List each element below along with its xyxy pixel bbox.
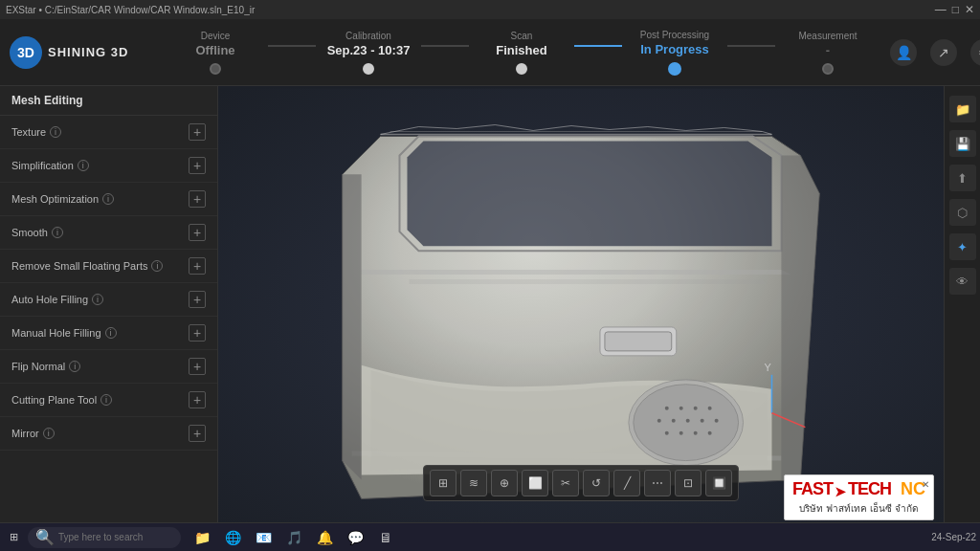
overlay-logo-line: FAST ➤ TECH NC ✕ xyxy=(792,479,925,499)
taskbar-app7[interactable]: 🖥 xyxy=(372,524,399,551)
step-postprocessing: Post Processing In Progress xyxy=(622,30,727,76)
menu-cutting-label: Cutting Plane Tool xyxy=(11,394,97,406)
menu-item-flip-normal[interactable]: Flip Normal i + xyxy=(0,350,217,384)
auto-hole-add-btn[interactable]: + xyxy=(189,291,206,308)
pipe-sep-4 xyxy=(727,45,775,60)
cutting-info-icon[interactable]: i xyxy=(100,394,112,406)
smooth-info-icon[interactable]: i xyxy=(52,227,63,238)
window-controls[interactable]: — □ ✕ xyxy=(935,3,974,16)
menu-item-mesh-optimization[interactable]: Mesh Optimization i + xyxy=(0,183,217,216)
3d-model-icon[interactable]: ⬡ xyxy=(949,199,976,226)
taskbar-mail[interactable]: 📧 xyxy=(250,524,277,551)
windows-taskbar: ⊞ 🔍 📁 🌐 📧 🎵 🔔 💬 🖥 24-Sep-22 xyxy=(0,522,980,551)
tool-target-btn[interactable]: ⊕ xyxy=(491,470,518,496)
taskbar-edge[interactable]: 🌐 xyxy=(219,524,246,551)
tool-more-btn[interactable]: ⋯ xyxy=(644,470,671,496)
manual-hole-info-icon[interactable]: i xyxy=(105,327,117,339)
user-icon[interactable]: 👤 xyxy=(890,39,917,66)
menu-item-mesh-opt-left: Mesh Optimization i xyxy=(11,193,114,205)
cutting-add-btn[interactable]: + xyxy=(189,391,206,408)
menu-item-remove-floating[interactable]: Remove Small Floating Parts i + xyxy=(0,250,217,283)
svg-point-10 xyxy=(672,419,676,423)
transform-icon[interactable]: ✦ xyxy=(949,233,976,260)
texture-add-btn[interactable]: + xyxy=(189,123,206,141)
search-input[interactable] xyxy=(58,532,173,542)
menu-simplification-label: Simplification xyxy=(11,160,74,171)
simplification-info-icon[interactable]: i xyxy=(78,160,89,171)
tool-select-btn[interactable]: ⊞ xyxy=(430,470,457,496)
taskbar-app5[interactable]: 🔔 xyxy=(311,524,338,551)
right-icons-panel: 📁 💾 ⬆ ⬡ ✦ 👁 xyxy=(944,86,980,530)
menu-item-manual-hole-left: Manual Hole Filling i xyxy=(11,327,117,339)
taskbar-date: 24-Sep-22 xyxy=(931,532,976,542)
menu-item-cutting-plane[interactable]: Cutting Plane Tool i + xyxy=(0,384,217,417)
taskbar-explorer[interactable]: 📁 xyxy=(189,524,215,551)
minimize-btn[interactable]: — xyxy=(935,3,947,16)
start-button[interactable]: ⊞ xyxy=(4,526,24,549)
menu-item-cutting-left: Cutting Plane Tool i xyxy=(11,394,112,406)
flip-info-icon[interactable]: i xyxy=(69,361,80,372)
smooth-add-btn[interactable]: + xyxy=(189,224,206,241)
auto-hole-info-icon[interactable]: i xyxy=(92,294,103,305)
simplification-add-btn[interactable]: + xyxy=(189,157,206,174)
menu-item-texture-left: Texture i xyxy=(11,126,61,138)
close-btn[interactable]: ✕ xyxy=(965,3,974,16)
save-icon[interactable]: 💾 xyxy=(949,130,976,157)
step-meas-label: Measurement xyxy=(798,31,857,41)
tool-cut-btn[interactable]: ✂ xyxy=(552,470,579,496)
maximize-btn[interactable]: □ xyxy=(952,3,959,16)
taskbar-app6[interactable]: 💬 xyxy=(342,524,368,551)
3d-view-area[interactable]: Y ⊞ ≋ ⊕ ⬜ ✂ ↺ ╱ ⋯ ⊡ 🔲 FAST ➤ xyxy=(218,86,944,530)
floating-info-icon[interactable]: i xyxy=(151,260,163,272)
menu-item-simplification[interactable]: Simplification i + xyxy=(0,149,217,183)
thai-text: บริษัท ฟาสท์เทค เอ็นซี จำกัด xyxy=(792,501,925,516)
pipe-line-3 xyxy=(574,45,622,47)
mirror-info-icon[interactable]: i xyxy=(43,428,55,439)
texture-info-icon[interactable]: i xyxy=(50,126,61,138)
menu-auto-hole-label: Auto Hole Filling xyxy=(11,294,88,305)
share-icon[interactable]: ↗ xyxy=(930,39,957,66)
panel-title: Mesh Editing xyxy=(0,86,217,116)
settings-icon[interactable]: ⚙ xyxy=(970,39,980,66)
eye-icon[interactable]: 👁 xyxy=(949,268,976,295)
step-meas-dot xyxy=(822,63,834,75)
svg-point-5 xyxy=(665,407,669,410)
menu-mesh-opt-label: Mesh Optimization xyxy=(11,193,99,205)
menu-item-mirror[interactable]: Mirror i + xyxy=(0,417,217,451)
menu-manual-hole-label: Manual Hole Filling xyxy=(11,327,101,339)
step-scan-label: Scan xyxy=(511,31,533,41)
tool-grid-btn[interactable]: ⊡ xyxy=(675,470,702,496)
menu-floating-label: Remove Small Floating Parts xyxy=(11,260,147,272)
menu-item-texture[interactable]: Texture i + xyxy=(0,116,217,149)
svg-point-15 xyxy=(679,431,683,435)
menu-item-simplification-left: Simplification i xyxy=(11,160,89,171)
taskbar-right: 24-Sep-22 xyxy=(931,532,976,542)
menu-item-smooth[interactable]: Smooth i + xyxy=(0,216,217,250)
tool-pen-btn[interactable]: ╱ xyxy=(613,470,640,496)
folder-icon[interactable]: 📁 xyxy=(949,96,976,122)
fast-text: FAST xyxy=(792,479,833,499)
mesh-opt-info-icon[interactable]: i xyxy=(102,193,114,205)
tool-frame-btn[interactable]: 🔲 xyxy=(705,470,732,496)
flip-add-btn[interactable]: + xyxy=(189,358,206,375)
title-path: EXStar • C:/EinStar/CAR Window/CAR Windo… xyxy=(6,5,255,15)
upload-icon[interactable]: ⬆ xyxy=(949,165,976,191)
manual-hole-add-btn[interactable]: + xyxy=(189,324,206,342)
left-panel: Mesh Editing Texture i + Simplification … xyxy=(0,86,218,530)
menu-item-manual-hole[interactable]: Manual Hole Filling i + xyxy=(0,317,217,350)
mesh-opt-add-btn[interactable]: + xyxy=(189,190,206,208)
floating-add-btn[interactable]: + xyxy=(189,257,206,275)
taskbar-app4[interactable]: 🎵 xyxy=(280,524,307,551)
tool-layers-btn[interactable]: ≋ xyxy=(460,470,487,496)
tool-undo-btn[interactable]: ↺ xyxy=(583,470,610,496)
taskbar-search[interactable]: 🔍 xyxy=(28,527,181,548)
menu-item-auto-hole[interactable]: Auto Hole Filling i + xyxy=(0,283,217,317)
step-scan: Scan Finished xyxy=(469,31,574,75)
pipeline-steps: Device Offline Calibration Sep.23 - 10:3… xyxy=(163,30,880,76)
close-overlay-btn[interactable]: ✕ xyxy=(922,479,929,490)
logo-area: 3D SHINING 3D xyxy=(10,36,144,69)
mirror-add-btn[interactable]: + xyxy=(189,425,206,442)
logo-text: SHINING 3D xyxy=(48,45,128,59)
y-axis-label: Y xyxy=(764,362,771,373)
tool-square-btn[interactable]: ⬜ xyxy=(522,470,548,496)
